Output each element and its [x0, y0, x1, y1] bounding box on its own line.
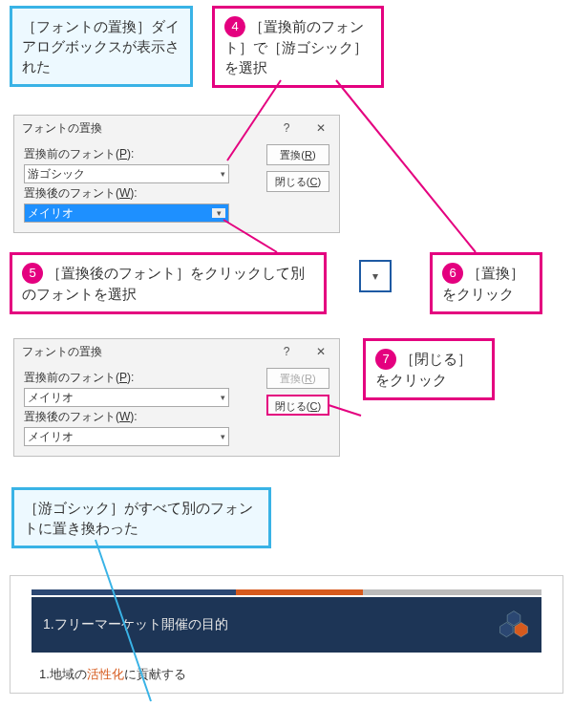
help-button[interactable]: ? — [276, 121, 297, 135]
svg-line-4 — [336, 80, 476, 252]
combo-value: メイリオ — [28, 205, 74, 222]
dialog-title: フォントの置換 — [22, 344, 102, 360]
chevron-down-icon: ▾ — [221, 393, 225, 402]
replace-button: 置換(R) — [266, 368, 329, 389]
help-button[interactable]: ? — [276, 345, 297, 358]
font-replace-dialog-2: フォントの置換 ? ✕ 置換前のフォント(P): メイリオ ▾ 置換後のフォント… — [13, 338, 340, 457]
close-dialog-button[interactable]: 閉じる(C) — [266, 395, 329, 416]
after-font-combo[interactable]: メイリオ ▾ — [24, 427, 229, 446]
before-font-combo[interactable]: メイリオ ▾ — [24, 388, 229, 407]
callout-result: ［游ゴシック］がすべて別のフォントに置き換わった — [11, 487, 271, 548]
after-font-combo[interactable]: メイリオ ▾ — [24, 203, 229, 223]
slide-body: 1.地域の活性化に貢献する — [39, 666, 534, 683]
callout-step-4: 4［置換前のフォント］で［游ゴシック］を選択 — [212, 6, 384, 88]
close-dialog-button[interactable]: 閉じる(C) — [266, 171, 329, 192]
callout-step-7: 7［閉じる］をクリック — [363, 338, 495, 400]
hex-icon — [498, 610, 530, 639]
chevron-down-icon: ▾ — [212, 208, 225, 218]
combo-value: 游ゴシック — [28, 166, 85, 182]
font-replace-dialog-1: フォントの置換 ? ✕ 置換前のフォント(P): 游ゴシック ▾ 置換後のフォン… — [13, 115, 340, 233]
combo-expand-button[interactable]: ▾ — [359, 260, 392, 292]
callout-text: ［フォントの置換］ダイアログボックスが表示された — [22, 18, 180, 75]
close-button[interactable]: ✕ — [310, 345, 331, 358]
step-badge-4: 4 — [224, 16, 245, 37]
chevron-down-icon: ▾ — [221, 169, 225, 179]
callout-text: ［游ゴシック］がすべて別のフォントに置き換わった — [24, 500, 253, 536]
callout-dialog-shown: ［フォントの置換］ダイアログボックスが表示された — [10, 6, 193, 87]
combo-value: メイリオ — [28, 429, 74, 445]
chevron-down-icon: ▾ — [221, 432, 225, 441]
dialog-titlebar: フォントの置換 ? ✕ — [14, 339, 339, 364]
svg-marker-2 — [515, 622, 528, 636]
chevron-down-icon: ▾ — [372, 269, 378, 283]
dialog-titlebar: フォントの置換 ? ✕ — [14, 116, 339, 140]
before-font-combo[interactable]: 游ゴシック ▾ — [24, 164, 229, 183]
list-num: 1. — [39, 667, 50, 681]
step-badge-5: 5 — [22, 263, 43, 284]
replace-button[interactable]: 置換(R) — [266, 144, 329, 165]
callout-text: ［置換前のフォント］で［游ゴシック］を選択 — [224, 18, 368, 75]
callout-text: ［置換後のフォント］をクリックして別のフォントを選択 — [22, 265, 305, 302]
accent-bar — [32, 589, 541, 595]
combo-value: メイリオ — [28, 390, 74, 406]
dialog-title: フォントの置換 — [22, 120, 102, 137]
slide-preview: 1.フリーマーケット開催の目的 1.地域の活性化に貢献する — [10, 575, 563, 694]
step-badge-7: 7 — [375, 349, 396, 370]
step-badge-6: 6 — [442, 263, 463, 284]
slide-title: 1.フリーマーケット開催の目的 — [43, 616, 228, 633]
close-button[interactable]: ✕ — [310, 121, 331, 135]
slide-title-bar: 1.フリーマーケット開催の目的 — [32, 597, 541, 653]
callout-step-6: 6［置換］をクリック — [430, 252, 542, 314]
svg-marker-1 — [500, 622, 514, 636]
svg-marker-0 — [507, 611, 520, 626]
callout-step-5: 5［置換後のフォント］をクリックして別のフォントを選択 — [10, 252, 327, 314]
